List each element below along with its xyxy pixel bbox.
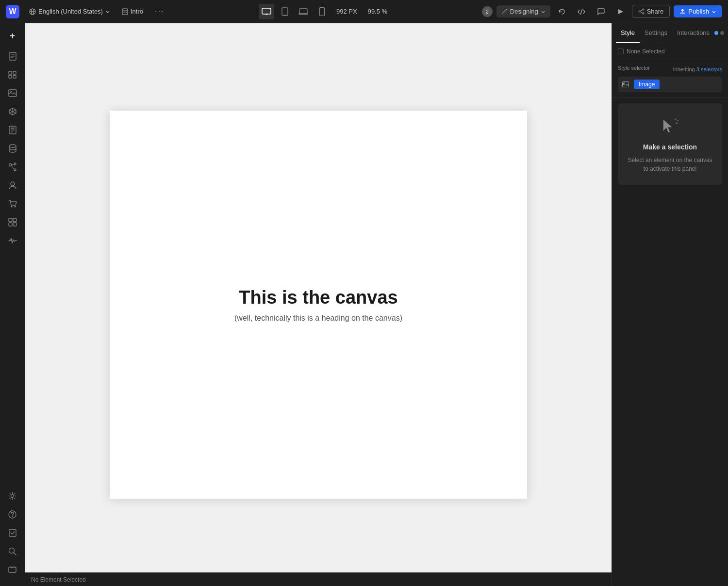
canvas-subheading: (well, technically this is a heading on … xyxy=(234,314,402,323)
svg-marker-16 xyxy=(618,9,623,14)
sidebar-item-style-guide[interactable] xyxy=(4,121,21,139)
none-selected-label: None Selected xyxy=(627,48,665,55)
svg-rect-3 xyxy=(122,9,128,15)
svg-point-41 xyxy=(9,164,11,166)
desktop-view-button[interactable] xyxy=(259,4,274,19)
laptop-view-button[interactable] xyxy=(296,4,311,19)
panel-tabs: Style Settings Interactions xyxy=(612,23,728,43)
svg-point-48 xyxy=(14,206,16,208)
svg-line-15 xyxy=(580,9,582,15)
svg-line-21 xyxy=(640,12,643,13)
share-icon xyxy=(638,8,645,15)
sidebar-item-users[interactable] xyxy=(4,177,21,194)
svg-line-45 xyxy=(11,165,14,170)
image-tag: Image xyxy=(634,80,660,89)
svg-rect-51 xyxy=(9,223,12,226)
svg-point-46 xyxy=(11,182,15,186)
tab-style[interactable]: Style xyxy=(616,23,640,43)
publish-button[interactable]: Publish xyxy=(674,5,722,17)
left-sidebar: + xyxy=(0,23,25,586)
canvas-page: This is the canvas (well, technically th… xyxy=(110,111,527,499)
svg-point-43 xyxy=(14,169,16,171)
none-selected-checkbox[interactable] xyxy=(618,49,624,54)
topbar-center: 992 PX 99.5 % xyxy=(172,4,478,19)
svg-line-58 xyxy=(14,553,16,555)
svg-point-19 xyxy=(639,11,640,12)
sidebar-bottom xyxy=(4,487,21,582)
svg-point-42 xyxy=(14,163,16,165)
publish-icon xyxy=(679,8,686,15)
page-selector[interactable]: Intro xyxy=(118,6,147,17)
svg-rect-50 xyxy=(13,218,17,222)
locale-label: English (United States) xyxy=(38,8,103,15)
svg-line-20 xyxy=(640,10,643,11)
sidebar-item-activity[interactable] xyxy=(4,232,21,249)
style-selector-row: Image xyxy=(618,77,722,92)
canvas-status-bar: No Element Selected xyxy=(25,572,612,586)
svg-rect-12 xyxy=(298,14,308,15)
comment-button[interactable] xyxy=(593,4,609,19)
sidebar-item-search[interactable] xyxy=(4,542,21,560)
share-button[interactable]: Share xyxy=(632,5,670,18)
sidebar-item-audit[interactable] xyxy=(4,524,21,541)
publish-chevron-icon xyxy=(711,9,716,14)
make-selection-panel: Make a selection Select an element on th… xyxy=(618,103,722,185)
brush-icon xyxy=(501,8,508,15)
sidebar-item-media[interactable] xyxy=(4,561,21,578)
chevron-down-icon xyxy=(105,9,110,14)
tab-interactions[interactable]: Interactions xyxy=(672,23,714,43)
sidebar-item-settings[interactable] xyxy=(4,487,21,505)
right-panel: Style Settings Interactions None Selecte… xyxy=(612,23,728,586)
svg-point-17 xyxy=(643,9,644,10)
mode-selector[interactable]: Designing xyxy=(496,5,550,17)
selector-image-icon-button[interactable] xyxy=(619,78,632,91)
locale-selector[interactable]: English (United States) xyxy=(25,6,114,17)
preview-button[interactable] xyxy=(612,4,628,19)
sidebar-item-ecommerce[interactable] xyxy=(4,195,21,212)
sidebar-item-components[interactable] xyxy=(4,103,21,120)
mode-label: Designing xyxy=(510,8,538,15)
page-name: Intro xyxy=(131,8,143,15)
code-button[interactable] xyxy=(574,4,589,19)
sidebar-item-help[interactable] xyxy=(4,505,21,523)
sidebar-item-navigator[interactable] xyxy=(4,66,21,83)
svg-rect-11 xyxy=(299,9,307,14)
logo-icon: W xyxy=(6,5,19,18)
sidebar-item-logic[interactable] xyxy=(4,158,21,176)
mobile-view-button[interactable] xyxy=(314,4,330,19)
more-options-button[interactable]: ··· xyxy=(151,5,168,18)
svg-line-64 xyxy=(676,123,677,124)
svg-rect-49 xyxy=(9,218,12,222)
topbar-right: 2 Designing xyxy=(482,4,722,19)
tablet-view-button[interactable] xyxy=(277,4,293,19)
make-selection-title: Make a selection xyxy=(643,143,697,151)
cursor-illustration-icon xyxy=(659,115,682,138)
viewport-px-display: 992 PX xyxy=(332,8,361,15)
globe-icon xyxy=(29,8,36,15)
sidebar-item-database[interactable] xyxy=(4,140,21,157)
undo-button[interactable] xyxy=(554,4,570,19)
add-element-button[interactable]: + xyxy=(4,27,21,45)
svg-point-53 xyxy=(11,494,14,497)
none-selected-row: None Selected xyxy=(618,48,722,55)
tab-settings[interactable]: Settings xyxy=(640,23,672,43)
style-selector-label: Style selector xyxy=(618,65,650,71)
collaborator-badge: 2 xyxy=(482,6,493,17)
sidebar-item-pages[interactable] xyxy=(4,48,21,65)
selectors-link[interactable]: 3 selectors xyxy=(696,66,722,72)
inheriting-text: Inheriting 3 selectors xyxy=(673,66,722,72)
svg-point-54 xyxy=(9,511,16,518)
sidebar-item-apps[interactable] xyxy=(4,213,21,231)
svg-rect-56 xyxy=(9,529,16,537)
page-icon xyxy=(122,8,128,15)
sidebar-item-assets[interactable] xyxy=(4,84,21,102)
canvas-heading: This is the canvas xyxy=(239,287,397,308)
svg-rect-28 xyxy=(13,71,16,74)
canvas-area[interactable]: This is the canvas (well, technically th… xyxy=(25,23,612,586)
svg-point-10 xyxy=(284,14,285,15)
svg-point-18 xyxy=(643,13,644,14)
share-label: Share xyxy=(647,8,664,15)
svg-rect-6 xyxy=(262,8,271,14)
mode-chevron-icon xyxy=(541,9,546,14)
panel-tab-extra xyxy=(714,31,724,35)
